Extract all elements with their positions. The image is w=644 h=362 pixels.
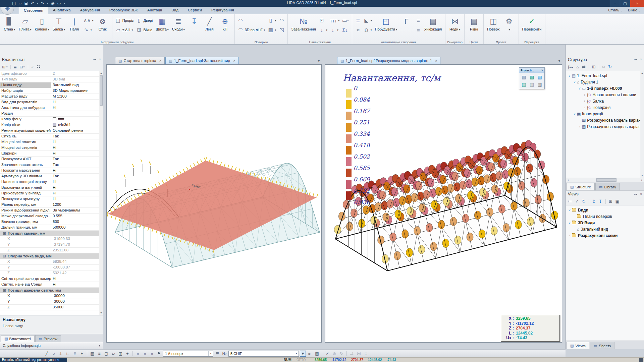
property-row[interactable]: Місцеві осі пластинНі	[0, 139, 99, 145]
document-tab[interactable]: ▤1_Ferm_load.spf:Розрахункова модель вар…	[337, 57, 440, 64]
tree-item[interactable]: ▦Розрахункова модель варіант 1	[566, 117, 640, 123]
apply-icon[interactable]: ✓	[31, 65, 34, 69]
tree-expander-icon[interactable]: ∨	[572, 112, 577, 116]
settings-list-icon[interactable]: ≔	[568, 199, 572, 204]
menu-item-Стиль[interactable]: Стиль ⌄	[608, 8, 623, 12]
ribbon-button-sketch[interactable]: ◠	[237, 16, 266, 24]
property-row[interactable]: Ідентифікатор2	[0, 71, 99, 77]
light-top-icon[interactable]: ☼	[149, 351, 155, 357]
property-row[interactable]: Ближня границя, мм500	[0, 219, 99, 225]
show-axes-icon[interactable]: +	[124, 351, 130, 357]
menu-tab-Анотації[interactable]: Анотації	[143, 7, 167, 14]
property-row[interactable]: Z35000	[0, 305, 99, 310]
building-mode-icon[interactable]: ⌂	[576, 64, 579, 69]
property-row[interactable]: Z23511.08	[0, 248, 99, 253]
ribbon-button-floorcube[interactable]: ◫Поверх	[486, 15, 501, 32]
tree-item[interactable]: ∨⌂Будівля 1	[566, 79, 640, 85]
draw-circle-icon[interactable]: ○	[51, 351, 57, 357]
ribbon-button-shaft[interactable]: ▦Шахта▾	[154, 15, 170, 32]
ribbon-button-build[interactable]: ◰Побудувати▾	[374, 15, 398, 32]
property-group-header[interactable]: ⊟Позиція камери, мм	[0, 231, 99, 236]
ribbon-button-truss[interactable]: ∧∧▾	[83, 16, 95, 24]
property-row[interactable]: Враховувати вагу лінійНі	[0, 185, 99, 191]
property-row[interactable]: Значення навантаженьТак	[0, 162, 99, 168]
tree-item[interactable]: ›{◇Навантаження і впливи	[566, 92, 640, 98]
property-row[interactable]: Місцеві осі стержнівНі	[0, 145, 99, 151]
light-all-icon[interactable]: ☼	[135, 351, 141, 357]
ribbon-button-arrowdown[interactable]: ↓▾	[329, 26, 341, 34]
tree-expander-icon[interactable]: ›	[567, 234, 572, 237]
ribbon-button-truck[interactable]: ▭◦	[341, 16, 350, 24]
copy-cube-icon[interactable]: ▧	[536, 81, 543, 88]
ribbon-button-retaining[interactable]: ◣▾	[363, 16, 373, 24]
property-row[interactable]: Колір сіткиc4c3d4	[0, 122, 99, 128]
property-row[interactable]: Набір шарів3D Моделирование	[0, 88, 99, 94]
iso-cube-icon[interactable]: ▧	[520, 74, 528, 80]
refresh-icon[interactable]: ↻	[608, 64, 612, 69]
viewport-general-view[interactable]: 5.СНІГ	[106, 64, 322, 343]
tree-item[interactable]: ›Розрахункові схеми	[566, 232, 644, 239]
property-row[interactable]: Показувати арматуруНі	[0, 196, 99, 202]
category-filter-icon[interactable]: {≡▾	[568, 64, 573, 69]
property-group-header[interactable]: ⊟Позиція джерела світла, мм	[0, 288, 99, 293]
apply-check-icon[interactable]: ✓	[575, 199, 579, 204]
close-panel-icon[interactable]: ×	[640, 192, 642, 196]
property-row[interactable]: Аналітика для побудовиНі	[0, 105, 99, 111]
menu-item-Вікно[interactable]: Вікно ⌄	[628, 8, 641, 12]
ribbon-button-kp[interactable]: ⊕КП	[218, 15, 232, 32]
ribbon-button-regionload[interactable]: ⊡	[318, 16, 328, 24]
tree-item[interactable]: ∨Види	[566, 207, 644, 213]
pin-icon[interactable]: ⊶	[634, 58, 637, 61]
property-row[interactable]: Рівень перерізу, мм1200	[0, 202, 99, 208]
perpendicular-icon[interactable]: ⊥	[58, 351, 64, 357]
show-sections-icon[interactable]: ◫	[117, 351, 123, 357]
ribbon-button-stairs[interactable]: ≣Сходи▾	[171, 15, 186, 32]
menu-tab-Сервіси[interactable]: Сервіси	[183, 7, 207, 14]
tab-Preview[interactable]: ▭Preview	[35, 335, 61, 342]
property-row[interactable]: Y-30000	[0, 299, 99, 305]
property-row[interactable]: X-30000	[0, 293, 99, 299]
property-row[interactable]: Дальня границя, мм500000	[0, 225, 99, 231]
tree-item[interactable]: ›▦Розрахункова модель варіант 1	[566, 123, 640, 130]
snap-grid-icon[interactable]: #	[72, 351, 78, 357]
rotate-view-icon[interactable]: ↻	[338, 351, 344, 357]
structure-hscrollbar[interactable]: ◂▸	[566, 178, 644, 182]
tree-item[interactable]: ›{◇Поверхня	[566, 104, 640, 111]
ribbon-button-panel[interactable]: ▯▾	[267, 16, 277, 24]
property-row[interactable]: Z5321.42	[0, 270, 99, 276]
move-icon[interactable]: ⇄	[349, 351, 355, 357]
flag-icon[interactable]: ⚑	[156, 351, 162, 357]
close-panel-icon[interactable]: ×	[640, 58, 642, 61]
pan-icon[interactable]: ⊕	[331, 351, 337, 357]
tree-item[interactable]: ∨▤1_Ferm_load.spf	[566, 72, 640, 79]
angle-snap-icon[interactable]: ∟	[65, 351, 71, 357]
show-boxes-icon[interactable]: ▢	[103, 351, 109, 357]
tree-expander-icon[interactable]: ∨	[567, 221, 572, 225]
close-icon[interactable]: ×	[541, 69, 543, 72]
property-row[interactable]: Світло прив'язано до камериНі	[0, 276, 99, 282]
ribbon-button-dh[interactable]: ▱± ΔН▾	[114, 26, 135, 34]
refresh-icon[interactable]: ↻	[582, 199, 586, 204]
tree-item[interactable]: ›{◇Балка	[566, 98, 640, 104]
ribbon-button-docs[interactable]: ≡	[415, 16, 422, 24]
service-info-bar[interactable]: Службова інформація ▾	[0, 342, 103, 349]
tree-expander-icon[interactable]: ›	[577, 125, 582, 128]
property-group-header[interactable]: ⊟Опорна точка виду, мм	[0, 253, 99, 259]
ribbon-button-line[interactable]: ╱Лінія	[202, 15, 217, 32]
tab-list-chevron-icon[interactable]: ▼	[558, 59, 561, 63]
close-tab-icon[interactable]: ×	[159, 59, 161, 63]
floors-icon[interactable]: ≣	[214, 351, 220, 357]
property-row[interactable]: Тип виду3D вид	[0, 77, 99, 82]
move-up-icon[interactable]: ↥	[592, 199, 596, 204]
tree-item[interactable]: ∨3D-Види	[566, 220, 644, 226]
ribbon-button-opening[interactable]: ◫Проріз	[114, 16, 135, 24]
property-row[interactable]: Сітка КЕТак	[0, 134, 99, 139]
property-row[interactable]: X-31999.33	[0, 236, 99, 242]
ribbon-button-loadnum[interactable]: №Завантаження	[290, 15, 317, 32]
menu-tab-Розрахунок ЗБК[interactable]: Розрахунок ЗБК	[105, 7, 143, 14]
property-row[interactable]: Приховувати у виглядіНі	[0, 191, 99, 196]
search-icon[interactable]	[37, 65, 41, 69]
load-number-icon[interactable]: №	[221, 351, 227, 357]
ribbon-button-stairsblue[interactable]: ≣	[354, 16, 362, 24]
alphabetical-view-icon[interactable]: ≣	[13, 65, 17, 69]
